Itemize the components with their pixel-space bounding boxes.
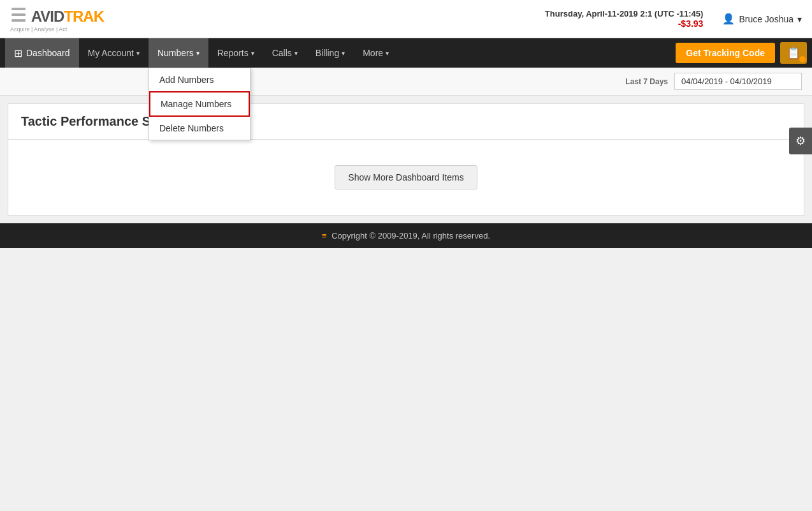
footer-icon: ≡ — [322, 231, 327, 241]
nav-calls-label: Calls — [272, 48, 292, 58]
nav-reports[interactable]: Reports ▾ — [208, 38, 263, 68]
section-title: Tactic Performance Summary — [8, 104, 804, 140]
nav-my-account[interactable]: My Account ▾ — [79, 38, 149, 68]
nav-dashboard-label: Dashboard — [26, 48, 70, 58]
datetime-text: Thursday, April-11-2019 2:1 (UTC -11:45) — [545, 9, 704, 19]
date-range-label: Last 7 Days — [625, 77, 668, 86]
nav-more-label: More — [363, 48, 383, 58]
nav-billing[interactable]: Billing ▾ — [307, 38, 354, 68]
user-caret-icon: ▾ — [797, 14, 802, 24]
logo-subtitle: Acquire | Analyse | Act — [10, 26, 104, 33]
settings-sidebar-button[interactable]: ⚙ — [789, 128, 812, 154]
reports-caret-icon: ▾ — [251, 50, 254, 57]
footer-copyright: Copyright © 2009-2019, All rights reserv… — [331, 231, 490, 241]
my-account-caret-icon: ▾ — [136, 50, 140, 57]
calls-caret-icon: ▾ — [294, 50, 298, 57]
date-range-input[interactable] — [674, 73, 802, 90]
main-card: Tactic Performance Summary Show More Das… — [8, 103, 804, 216]
get-tracking-code-button[interactable]: Get Tracking Code — [676, 43, 775, 63]
dropdown-manage-numbers[interactable]: Manage Numbers — [149, 91, 250, 117]
settings-icon: ⚙ — [795, 135, 806, 147]
numbers-caret-icon: ▾ — [196, 50, 199, 57]
nav-numbers[interactable]: Numbers ▾ — [149, 38, 208, 68]
nav-dashboard[interactable]: ⊞ Dashboard — [5, 38, 79, 68]
notification-badge — [799, 56, 806, 63]
navbar: ⊞ Dashboard My Account ▾ Numbers ▾ Add N… — [0, 38, 812, 68]
more-caret-icon: ▾ — [386, 50, 389, 57]
notification-button[interactable]: 📋 — [780, 42, 807, 64]
nav-billing-label: Billing — [315, 48, 339, 58]
numbers-nav-wrapper: Numbers ▾ Add Numbers Manage Numbers Del… — [149, 38, 208, 68]
show-more-area: Show More Dashboard Items — [8, 140, 804, 215]
show-more-button[interactable]: Show More Dashboard Items — [335, 165, 477, 189]
logo: ☰ AVIDTRAK Acquire | Analyse | Act — [10, 5, 104, 33]
nav-right: Get Tracking Code 📋 — [676, 42, 807, 64]
user-menu[interactable]: 👤 Bruce Joshua ▾ — [722, 13, 802, 25]
balance-text: -$3.93 — [678, 19, 704, 29]
main-content: Last 7 Days Tactic Performance Summary S… — [0, 68, 812, 216]
datetime-balance: Thursday, April-11-2019 2:1 (UTC -11:45)… — [545, 9, 704, 29]
dashboard-icon: ⊞ — [14, 47, 22, 59]
numbers-dropdown: Add Numbers Manage Numbers Delete Number… — [149, 68, 250, 140]
notification-icon: 📋 — [787, 46, 801, 60]
nav-my-account-label: My Account — [88, 48, 134, 58]
filter-bar: Last 7 Days — [0, 68, 812, 96]
user-name: Bruce Joshua — [739, 14, 794, 24]
dropdown-delete-numbers[interactable]: Delete Numbers — [149, 117, 250, 140]
user-icon: 👤 — [722, 13, 735, 25]
footer: ≡ Copyright © 2009-2019, All rights rese… — [0, 223, 812, 248]
nav-reports-label: Reports — [217, 48, 249, 58]
dropdown-add-numbers[interactable]: Add Numbers — [149, 68, 250, 91]
billing-caret-icon: ▾ — [342, 50, 345, 57]
nav-more[interactable]: More ▾ — [354, 38, 398, 68]
nav-numbers-label: Numbers — [157, 48, 194, 58]
nav-calls[interactable]: Calls ▾ — [263, 38, 307, 68]
top-bar: ☰ AVIDTRAK Acquire | Analyse | Act Thurs… — [0, 0, 812, 38]
